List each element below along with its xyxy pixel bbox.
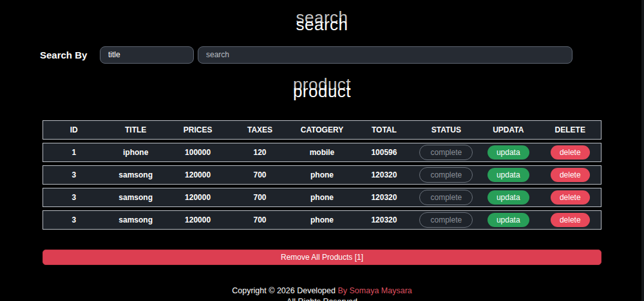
- search-input[interactable]: [198, 46, 573, 64]
- header-category: CATOGERY: [291, 120, 353, 140]
- delete-button[interactable]: delete: [551, 145, 590, 160]
- cell-title: iphone: [104, 143, 166, 162]
- header-updata: UPDATA: [477, 120, 539, 140]
- developer-credit: By Somaya Maysara: [337, 286, 412, 295]
- search-heading-main: search: [0, 15, 644, 35]
- footer: Copyright © 2026 Developed By Somaya May…: [0, 286, 644, 301]
- cell-id: 3: [43, 210, 104, 230]
- cell-taxes: 120: [229, 143, 290, 162]
- cell-category: phone: [291, 165, 353, 185]
- cell-total: 120320: [353, 165, 415, 185]
- updata-button[interactable]: updata: [488, 190, 529, 205]
- remove-all-products-button[interactable]: Remove All Products [1]: [43, 250, 601, 265]
- product-heading: product product: [0, 75, 644, 103]
- cell-category: phone: [291, 210, 353, 230]
- complete-button[interactable]: complete: [419, 167, 473, 183]
- cell-category: mobile: [291, 143, 353, 162]
- search-by-field[interactable]: [100, 46, 194, 64]
- cell-id: 3: [43, 188, 104, 207]
- updata-button[interactable]: updata: [488, 168, 529, 182]
- header-delete: DELETE: [540, 120, 602, 140]
- header-prices: PRICES: [167, 120, 229, 140]
- delete-button[interactable]: delete: [551, 190, 590, 205]
- cell-prices: 100000: [167, 143, 229, 162]
- cell-prices: 120000: [167, 188, 229, 207]
- header-title: TITLE: [104, 120, 166, 140]
- search-bar: Search By: [40, 45, 644, 64]
- cell-title: samsong: [104, 210, 166, 230]
- copyright-line: Copyright © 2026 Developed By Somaya May…: [0, 286, 644, 296]
- search-heading: search search: [0, 8, 644, 36]
- cell-title: samsong: [104, 188, 166, 207]
- header-total: TOTAL: [353, 120, 415, 140]
- cell-prices: 120000: [167, 210, 229, 230]
- table-row: 1 iphone 100000 120 mobile 100596 comple…: [43, 143, 601, 162]
- header-taxes: TAXES: [229, 120, 290, 140]
- table-header-row: ID TITLE PRICES TAXES CATOGERY TOTAL STA…: [43, 120, 601, 140]
- table-row: 3 samsong 120000 700 phone 120320 comple…: [43, 165, 601, 185]
- cell-id: 3: [43, 165, 104, 185]
- cell-id: 1: [43, 143, 104, 162]
- updata-button[interactable]: updata: [488, 213, 529, 227]
- complete-button[interactable]: complete: [419, 212, 473, 228]
- table-row: 3 samsong 120000 700 phone 120320 comple…: [43, 210, 601, 230]
- cell-prices: 120000: [167, 165, 229, 185]
- delete-button[interactable]: delete: [551, 168, 590, 182]
- header-id: ID: [43, 120, 104, 140]
- cell-taxes: 700: [229, 165, 290, 185]
- cell-category: phone: [291, 188, 353, 207]
- table-row: 3 samsong 120000 700 phone 120320 comple…: [43, 188, 601, 207]
- copyright-text: Copyright © 2026 Developed: [232, 286, 337, 295]
- cell-total: 120320: [353, 188, 415, 207]
- complete-button[interactable]: complete: [419, 190, 473, 205]
- cell-taxes: 700: [229, 188, 290, 207]
- cell-total: 100596: [353, 143, 415, 162]
- complete-button[interactable]: complete: [419, 145, 473, 160]
- products-table: ID TITLE PRICES TAXES CATOGERY TOTAL STA…: [43, 117, 601, 233]
- header-status: STATUS: [415, 120, 477, 140]
- cell-total: 120320: [353, 210, 415, 230]
- delete-button[interactable]: delete: [551, 213, 590, 227]
- cell-title: samsong: [104, 165, 166, 185]
- cell-taxes: 700: [229, 210, 290, 230]
- product-heading-main: product: [0, 82, 644, 102]
- scrollbar-track[interactable]: [641, 0, 644, 301]
- rights-text: All Rights Reserved: [0, 296, 644, 301]
- updata-button[interactable]: updata: [488, 145, 529, 160]
- search-by-label: Search By: [40, 50, 100, 60]
